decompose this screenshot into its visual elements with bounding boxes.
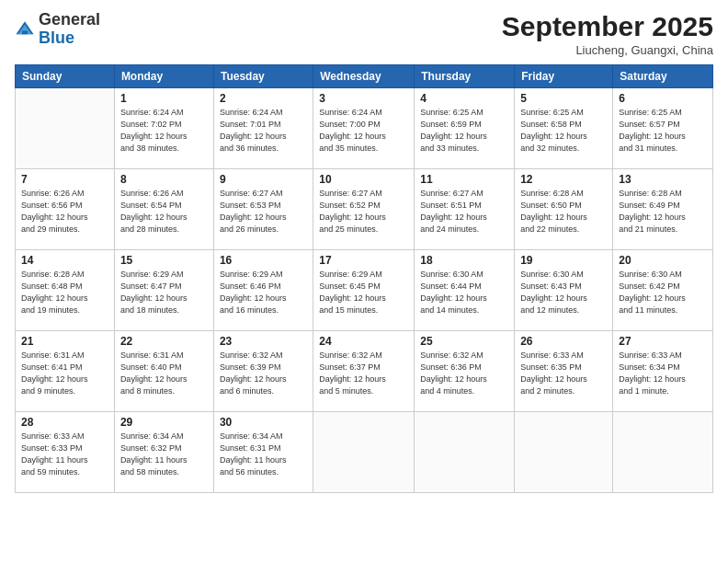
table-row: 18Sunrise: 6:30 AM Sunset: 6:44 PM Dayli… (415, 250, 515, 331)
day-info: Sunrise: 6:24 AM Sunset: 7:01 PM Dayligh… (220, 107, 307, 155)
day-number: 7 (21, 173, 108, 186)
day-info: Sunrise: 6:29 AM Sunset: 6:46 PM Dayligh… (220, 269, 307, 316)
day-info: Sunrise: 6:26 AM Sunset: 6:54 PM Dayligh… (120, 188, 208, 236)
day-info: Sunrise: 6:32 AM Sunset: 6:37 PM Dayligh… (319, 350, 408, 397)
day-number: 8 (120, 173, 208, 186)
table-row: 16Sunrise: 6:29 AM Sunset: 6:46 PM Dayli… (213, 250, 313, 331)
day-number: 14 (21, 254, 108, 267)
title-block: September 2025 Liucheng, Guangxi, China (502, 11, 713, 57)
day-number: 28 (21, 416, 108, 429)
table-row: 4Sunrise: 6:25 AM Sunset: 6:59 PM Daylig… (415, 88, 515, 169)
day-number: 17 (319, 254, 408, 267)
day-number: 27 (619, 335, 707, 348)
day-number: 5 (520, 92, 607, 105)
table-row: 11Sunrise: 6:27 AM Sunset: 6:51 PM Dayli… (415, 169, 515, 250)
header: General Blue September 2025 Liucheng, Gu… (15, 11, 713, 57)
calendar-week-row: 7Sunrise: 6:26 AM Sunset: 6:56 PM Daylig… (16, 169, 713, 250)
day-info: Sunrise: 6:24 AM Sunset: 7:02 PM Dayligh… (120, 107, 208, 155)
col-friday: Friday (515, 65, 613, 88)
day-number: 3 (319, 92, 408, 105)
table-row: 7Sunrise: 6:26 AM Sunset: 6:56 PM Daylig… (16, 169, 115, 250)
day-info: Sunrise: 6:34 AM Sunset: 6:32 PM Dayligh… (120, 431, 208, 478)
day-number: 30 (220, 416, 307, 429)
table-row: 29Sunrise: 6:34 AM Sunset: 6:32 PM Dayli… (114, 412, 213, 493)
day-number: 2 (220, 92, 307, 105)
day-number: 26 (520, 335, 607, 348)
table-row: 25Sunrise: 6:32 AM Sunset: 6:36 PM Dayli… (415, 331, 515, 412)
day-info: Sunrise: 6:33 AM Sunset: 6:35 PM Dayligh… (520, 350, 607, 397)
table-row: 26Sunrise: 6:33 AM Sunset: 6:35 PM Dayli… (515, 331, 613, 412)
day-number: 10 (319, 173, 408, 186)
col-sunday: Sunday (16, 65, 115, 88)
day-number: 16 (220, 254, 307, 267)
table-row: 2Sunrise: 6:24 AM Sunset: 7:01 PM Daylig… (213, 88, 313, 169)
table-row: 12Sunrise: 6:28 AM Sunset: 6:50 PM Dayli… (515, 169, 613, 250)
day-info: Sunrise: 6:33 AM Sunset: 6:33 PM Dayligh… (21, 431, 108, 478)
day-info: Sunrise: 6:25 AM Sunset: 6:57 PM Dayligh… (619, 107, 707, 155)
day-number: 21 (21, 335, 108, 348)
table-row: 5Sunrise: 6:25 AM Sunset: 6:58 PM Daylig… (515, 88, 613, 169)
day-info: Sunrise: 6:28 AM Sunset: 6:49 PM Dayligh… (619, 188, 707, 236)
day-info: Sunrise: 6:30 AM Sunset: 6:42 PM Dayligh… (619, 269, 707, 316)
table-row (16, 88, 115, 169)
day-number: 11 (420, 173, 508, 186)
day-info: Sunrise: 6:31 AM Sunset: 6:41 PM Dayligh… (21, 350, 108, 397)
table-row: 14Sunrise: 6:28 AM Sunset: 6:48 PM Dayli… (16, 250, 115, 331)
day-number: 15 (120, 254, 208, 267)
calendar-week-row: 14Sunrise: 6:28 AM Sunset: 6:48 PM Dayli… (16, 250, 713, 331)
location: Liucheng, Guangxi, China (502, 43, 713, 57)
logo-general: General (39, 10, 100, 29)
day-number: 23 (220, 335, 307, 348)
calendar-week-row: 21Sunrise: 6:31 AM Sunset: 6:41 PM Dayli… (16, 331, 713, 412)
logo: General Blue (15, 11, 100, 48)
day-number: 29 (120, 416, 208, 429)
logo-icon (15, 19, 35, 40)
day-info: Sunrise: 6:27 AM Sunset: 6:51 PM Dayligh… (420, 188, 508, 236)
col-wednesday: Wednesday (313, 65, 415, 88)
col-thursday: Thursday (415, 65, 515, 88)
day-info: Sunrise: 6:31 AM Sunset: 6:40 PM Dayligh… (120, 350, 208, 397)
logo-text: General Blue (39, 11, 100, 48)
day-number: 6 (619, 92, 707, 105)
day-number: 9 (220, 173, 307, 186)
day-info: Sunrise: 6:27 AM Sunset: 6:53 PM Dayligh… (220, 188, 307, 236)
day-number: 4 (420, 92, 508, 105)
col-monday: Monday (114, 65, 213, 88)
table-row: 20Sunrise: 6:30 AM Sunset: 6:42 PM Dayli… (613, 250, 713, 331)
month-title: September 2025 (502, 11, 713, 41)
table-row (515, 412, 613, 493)
day-info: Sunrise: 6:34 AM Sunset: 6:31 PM Dayligh… (220, 431, 307, 478)
day-number: 1 (120, 92, 208, 105)
day-info: Sunrise: 6:33 AM Sunset: 6:34 PM Dayligh… (619, 350, 707, 397)
table-row: 6Sunrise: 6:25 AM Sunset: 6:57 PM Daylig… (613, 88, 713, 169)
table-row: 13Sunrise: 6:28 AM Sunset: 6:49 PM Dayli… (613, 169, 713, 250)
table-row: 21Sunrise: 6:31 AM Sunset: 6:41 PM Dayli… (16, 331, 115, 412)
day-number: 13 (619, 173, 707, 186)
calendar-week-row: 28Sunrise: 6:33 AM Sunset: 6:33 PM Dayli… (16, 412, 713, 493)
day-info: Sunrise: 6:25 AM Sunset: 6:58 PM Dayligh… (520, 107, 607, 155)
table-row (313, 412, 415, 493)
table-row: 15Sunrise: 6:29 AM Sunset: 6:47 PM Dayli… (114, 250, 213, 331)
table-row: 8Sunrise: 6:26 AM Sunset: 6:54 PM Daylig… (114, 169, 213, 250)
calendar-week-row: 1Sunrise: 6:24 AM Sunset: 7:02 PM Daylig… (16, 88, 713, 169)
day-number: 25 (420, 335, 508, 348)
col-saturday: Saturday (613, 65, 713, 88)
table-row: 27Sunrise: 6:33 AM Sunset: 6:34 PM Dayli… (613, 331, 713, 412)
table-row: 3Sunrise: 6:24 AM Sunset: 7:00 PM Daylig… (313, 88, 415, 169)
day-info: Sunrise: 6:28 AM Sunset: 6:48 PM Dayligh… (21, 269, 108, 316)
table-row: 23Sunrise: 6:32 AM Sunset: 6:39 PM Dayli… (213, 331, 313, 412)
page: General Blue September 2025 Liucheng, Gu… (0, 0, 728, 563)
table-row: 19Sunrise: 6:30 AM Sunset: 6:43 PM Dayli… (515, 250, 613, 331)
table-row: 24Sunrise: 6:32 AM Sunset: 6:37 PM Dayli… (313, 331, 415, 412)
day-number: 22 (120, 335, 208, 348)
day-info: Sunrise: 6:30 AM Sunset: 6:44 PM Dayligh… (420, 269, 508, 316)
table-row: 9Sunrise: 6:27 AM Sunset: 6:53 PM Daylig… (213, 169, 313, 250)
day-info: Sunrise: 6:27 AM Sunset: 6:52 PM Dayligh… (319, 188, 408, 236)
table-row: 30Sunrise: 6:34 AM Sunset: 6:31 PM Dayli… (213, 412, 313, 493)
day-info: Sunrise: 6:28 AM Sunset: 6:50 PM Dayligh… (520, 188, 607, 236)
calendar: Sunday Monday Tuesday Wednesday Thursday… (15, 64, 713, 493)
table-row (415, 412, 515, 493)
col-tuesday: Tuesday (213, 65, 313, 88)
day-info: Sunrise: 6:32 AM Sunset: 6:36 PM Dayligh… (420, 350, 508, 397)
table-row: 22Sunrise: 6:31 AM Sunset: 6:40 PM Dayli… (114, 331, 213, 412)
